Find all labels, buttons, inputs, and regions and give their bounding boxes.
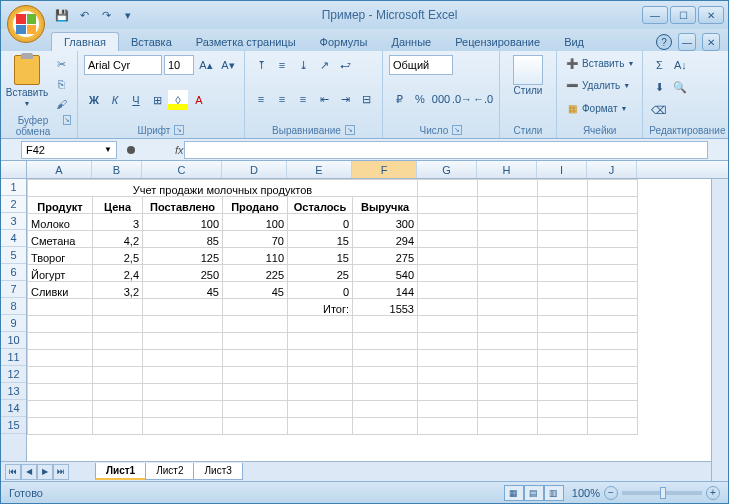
cell[interactable]: [28, 418, 93, 435]
cell[interactable]: [93, 350, 143, 367]
cell[interactable]: 225: [223, 265, 288, 282]
cell[interactable]: [143, 316, 223, 333]
cell[interactable]: [288, 333, 353, 350]
format-painter-icon[interactable]: 🖌: [51, 95, 71, 113]
cell[interactable]: 85: [143, 231, 223, 248]
increase-decimal-icon[interactable]: .0→: [452, 89, 472, 109]
cell[interactable]: [353, 350, 418, 367]
tab-insert[interactable]: Вставка: [119, 33, 184, 51]
column-header[interactable]: J: [587, 161, 637, 178]
zoom-out-button[interactable]: −: [604, 486, 618, 500]
page-break-view-icon[interactable]: ▥: [544, 485, 564, 501]
minimize-button[interactable]: —: [642, 6, 668, 24]
tab-nav-prev-icon[interactable]: ◀: [21, 464, 37, 480]
cell[interactable]: [418, 180, 478, 197]
cell[interactable]: [588, 350, 638, 367]
shrink-font-icon[interactable]: A▾: [218, 55, 238, 75]
row-header[interactable]: 1: [1, 179, 26, 196]
cell[interactable]: [478, 350, 538, 367]
help-icon[interactable]: ?: [656, 34, 672, 50]
cell[interactable]: 3: [93, 214, 143, 231]
cell[interactable]: [288, 418, 353, 435]
comma-icon[interactable]: 000: [431, 89, 451, 109]
tab-view[interactable]: Вид: [552, 33, 596, 51]
page-layout-view-icon[interactable]: ▤: [524, 485, 544, 501]
cell[interactable]: [28, 384, 93, 401]
cell[interactable]: 275: [353, 248, 418, 265]
cell[interactable]: [353, 401, 418, 418]
redo-icon[interactable]: ↷: [97, 6, 115, 24]
cell[interactable]: [418, 418, 478, 435]
cell[interactable]: [538, 180, 588, 197]
row-header[interactable]: 3: [1, 213, 26, 230]
tab-nav-first-icon[interactable]: ⏮: [5, 464, 21, 480]
clipboard-dialog-launcher[interactable]: ↘: [63, 115, 71, 125]
tab-nav-next-icon[interactable]: ▶: [37, 464, 53, 480]
cell[interactable]: [223, 401, 288, 418]
cell[interactable]: [478, 197, 538, 214]
cell[interactable]: Осталось: [288, 197, 353, 214]
autosum-icon[interactable]: Σ: [649, 55, 669, 75]
save-icon[interactable]: 💾: [53, 6, 71, 24]
cell[interactable]: [353, 367, 418, 384]
cell[interactable]: Молоко: [28, 214, 93, 231]
undo-icon[interactable]: ↶: [75, 6, 93, 24]
cell[interactable]: [223, 384, 288, 401]
office-button[interactable]: [7, 5, 45, 43]
cell[interactable]: [223, 367, 288, 384]
cell[interactable]: [418, 248, 478, 265]
cell[interactable]: [28, 367, 93, 384]
sheet-tab[interactable]: Лист3: [193, 463, 242, 480]
cell[interactable]: [223, 316, 288, 333]
cell[interactable]: 4,2: [93, 231, 143, 248]
cell[interactable]: [28, 316, 93, 333]
align-center-icon[interactable]: ≡: [272, 89, 292, 109]
cell[interactable]: [588, 418, 638, 435]
cell[interactable]: [538, 282, 588, 299]
cell[interactable]: 250: [143, 265, 223, 282]
cell[interactable]: Сливки: [28, 282, 93, 299]
normal-view-icon[interactable]: ▦: [504, 485, 524, 501]
cell[interactable]: Йогурт: [28, 265, 93, 282]
cell[interactable]: [588, 384, 638, 401]
row-header[interactable]: 4: [1, 230, 26, 247]
cell[interactable]: [588, 401, 638, 418]
cell[interactable]: [538, 350, 588, 367]
cell[interactable]: [478, 316, 538, 333]
cell[interactable]: 110: [223, 248, 288, 265]
row-header[interactable]: 14: [1, 400, 26, 417]
cell[interactable]: [93, 384, 143, 401]
decrease-indent-icon[interactable]: ⇤: [314, 89, 334, 109]
cell[interactable]: [478, 367, 538, 384]
cell[interactable]: [28, 350, 93, 367]
cell[interactable]: [478, 231, 538, 248]
font-color-icon[interactable]: A: [189, 90, 209, 110]
cell[interactable]: 540: [353, 265, 418, 282]
row-header[interactable]: 2: [1, 196, 26, 213]
cell[interactable]: [478, 180, 538, 197]
copy-icon[interactable]: ⎘: [51, 75, 71, 93]
cell[interactable]: [478, 214, 538, 231]
column-header[interactable]: F: [352, 161, 417, 178]
cell[interactable]: 144: [353, 282, 418, 299]
cell[interactable]: [143, 299, 223, 316]
find-icon[interactable]: 🔍: [670, 78, 690, 98]
cell[interactable]: [418, 282, 478, 299]
cell[interactable]: [143, 401, 223, 418]
cell[interactable]: [588, 316, 638, 333]
cell[interactable]: [288, 401, 353, 418]
cell[interactable]: [418, 299, 478, 316]
paste-button[interactable]: Вставить ▼: [7, 55, 47, 113]
cell[interactable]: [588, 333, 638, 350]
cell[interactable]: Продано: [223, 197, 288, 214]
cell[interactable]: [223, 350, 288, 367]
cell[interactable]: [538, 333, 588, 350]
delete-cells-button[interactable]: ➖Удалить▼: [563, 78, 636, 94]
column-header[interactable]: E: [287, 161, 352, 178]
cell[interactable]: [538, 265, 588, 282]
cell[interactable]: 25: [288, 265, 353, 282]
cell[interactable]: Учет продажи молочных продуктов: [28, 180, 418, 197]
cell[interactable]: Выручка: [353, 197, 418, 214]
orientation-icon[interactable]: ↗: [314, 55, 334, 75]
cell[interactable]: Итог:: [288, 299, 353, 316]
